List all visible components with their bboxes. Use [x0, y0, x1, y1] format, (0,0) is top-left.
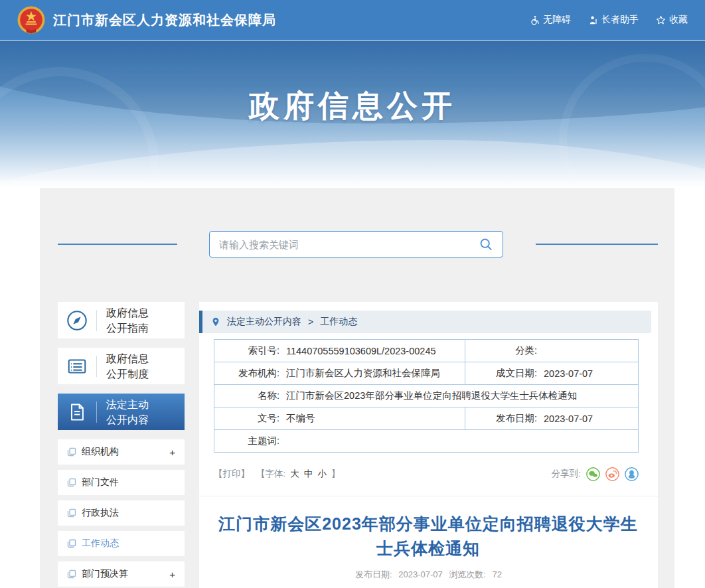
- sidebar-item-administrative-enforcement[interactable]: 行政执法: [58, 500, 185, 526]
- site-title: 江门市新会区人力资源和社会保障局: [53, 11, 276, 29]
- font-size-label: 【字体:: [256, 468, 285, 480]
- banner: 政府信息公开: [0, 40, 705, 188]
- pages-icon: [67, 478, 76, 487]
- publish-date-label: 发布日期:: [355, 569, 392, 579]
- book-icon: [58, 355, 96, 378]
- weibo-share-icon[interactable]: [605, 467, 619, 481]
- elder-assistant-label: 长者助手: [601, 14, 639, 26]
- font-size-controls: 【字体: 大 中 小 】: [256, 468, 340, 480]
- banner-title: 政府信息公开: [0, 40, 705, 127]
- sidebar-item-label: 政府信息 公开制度: [97, 351, 149, 382]
- font-size-large-button[interactable]: 大: [290, 468, 299, 480]
- sidebar-item-work-updates[interactable]: 工作动态: [58, 531, 185, 556]
- search-decorative-line: [58, 244, 177, 245]
- sidebar-item-label: 部门预决算: [82, 568, 128, 580]
- star-icon: [656, 15, 666, 25]
- table-row: 索引号: 11440705559103609L/2023-00245 分类:: [214, 340, 638, 362]
- meta-cell-category: 分类:: [465, 340, 638, 362]
- sidebar-item-label: 政府信息 公开指南: [97, 305, 149, 336]
- print-button[interactable]: 【打印】: [214, 468, 250, 480]
- sidebar-item-statutory-disclosure[interactable]: 法定主动 公开内容: [58, 394, 185, 430]
- table-row: 发布机构: 江门市新会区人力资源和社会保障局 成文日期: 2023-07-07: [214, 362, 638, 384]
- accessibility-label: 无障碍: [543, 14, 571, 26]
- sidebar-item-label: 法定主动 公开内容: [97, 397, 149, 427]
- sidebar-item-department-documents[interactable]: 部门文件: [58, 470, 185, 495]
- article-toolbar: 【打印】 【字体: 大 中 小 】 分享到:: [214, 467, 639, 481]
- article-meta: 发布日期: 2023-07-07 浏览次数: 72: [199, 569, 658, 581]
- divider: [199, 496, 658, 496]
- font-size-small-button[interactable]: 小: [317, 468, 327, 480]
- favorite-label: 收藏: [669, 14, 688, 26]
- sidebar-item-disclosure-system[interactable]: 政府信息 公开制度: [58, 348, 185, 384]
- top-header-bar: 江门市新会区人力资源和社会保障局 无障碍 长者助手 收藏: [0, 0, 705, 40]
- table-row: 文号: 不编号 发布日期: 2023-07-07: [214, 407, 638, 429]
- compass-icon: [58, 309, 96, 332]
- views-value: 72: [493, 569, 502, 579]
- meta-cell-issuing-agency: 发布机构: 江门市新会区人力资源和社会保障局: [214, 362, 465, 384]
- font-size-label-close: 】: [331, 468, 341, 480]
- search-input[interactable]: [219, 239, 479, 250]
- elder-assistant-link[interactable]: 长者助手: [588, 14, 639, 26]
- wechat-share-icon[interactable]: [586, 467, 600, 481]
- expand-plus-icon[interactable]: +: [169, 569, 175, 580]
- meta-cell-document-name: 名称: 江门市新会区2023年部分事业单位定向招聘退役大学生士兵体检通知: [214, 385, 638, 407]
- meta-cell-written-date: 成文日期: 2023-07-07: [465, 362, 638, 384]
- article-panel: 法定主动公开内容 > 工作动态 索引号: 11440705559103609L/…: [199, 302, 658, 588]
- document-icon: [58, 402, 96, 423]
- search-box: [209, 231, 503, 257]
- pages-icon: [67, 539, 76, 548]
- article-title: 江门市新会区2023年部分事业单位定向招聘退役大学生士兵体检通知: [216, 512, 641, 561]
- breadcrumb: 法定主动公开内容 > 工作动态: [199, 311, 651, 333]
- meta-cell-keywords: 主题词:: [214, 430, 638, 452]
- sidebar-item-disclosure-guide[interactable]: 政府信息 公开指南: [58, 302, 185, 338]
- sidebar: 政府信息 公开指南 政府信息 公开制度: [58, 302, 185, 588]
- table-row: 主题词:: [214, 429, 638, 452]
- accessibility-link[interactable]: 无障碍: [530, 14, 571, 26]
- views-label: 浏览次数:: [449, 569, 486, 579]
- meta-cell-publish-date: 发布日期: 2023-07-07: [465, 407, 638, 429]
- sidebar-item-organization[interactable]: 组织机构 +: [58, 439, 185, 465]
- elder-assistant-icon: [588, 15, 598, 25]
- pages-icon: [67, 447, 76, 457]
- meta-cell-document-number: 文号: 不编号: [214, 407, 465, 429]
- font-size-medium-button[interactable]: 中: [304, 468, 313, 480]
- pages-icon: [67, 508, 76, 518]
- breadcrumb-parent-link[interactable]: 法定主动公开内容: [227, 316, 301, 328]
- publish-date-value: 2023-07-07: [398, 569, 443, 579]
- header-links: 无障碍 长者助手 收藏: [530, 14, 688, 26]
- location-pin-icon: [211, 317, 220, 327]
- national-emblem-icon: [17, 6, 45, 34]
- search-decorative-line: [536, 244, 658, 245]
- sidebar-item-label: 行政执法: [82, 507, 119, 519]
- favorite-link[interactable]: 收藏: [656, 14, 688, 26]
- table-row: 名称: 江门市新会区2023年部分事业单位定向招聘退役大学生士兵体检通知: [214, 384, 638, 407]
- meta-cell-index-number: 索引号: 11440705559103609L/2023-00245: [214, 340, 465, 362]
- qq-share-icon[interactable]: [625, 467, 639, 481]
- document-meta-table: 索引号: 11440705559103609L/2023-00245 分类: 发…: [214, 339, 639, 453]
- pages-icon: [67, 569, 76, 579]
- expand-plus-icon[interactable]: +: [169, 447, 175, 458]
- search-icon[interactable]: [479, 237, 493, 252]
- share-label: 分享到:: [552, 468, 581, 480]
- breadcrumb-accent-bar: [199, 311, 202, 333]
- sidebar-item-label: 部门文件: [82, 477, 119, 488]
- share-controls: 分享到:: [552, 467, 639, 481]
- content-panel: 政府信息 公开指南 政府信息 公开制度: [40, 188, 674, 588]
- sidebar-item-department-budget[interactable]: 部门预决算 +: [58, 561, 185, 587]
- accessibility-icon: [530, 15, 540, 25]
- sidebar-item-label: 组织机构: [82, 446, 119, 458]
- sidebar-item-label: 工作动态: [82, 538, 119, 550]
- breadcrumb-separator: >: [308, 317, 313, 327]
- breadcrumb-current-link[interactable]: 工作动态: [320, 316, 357, 328]
